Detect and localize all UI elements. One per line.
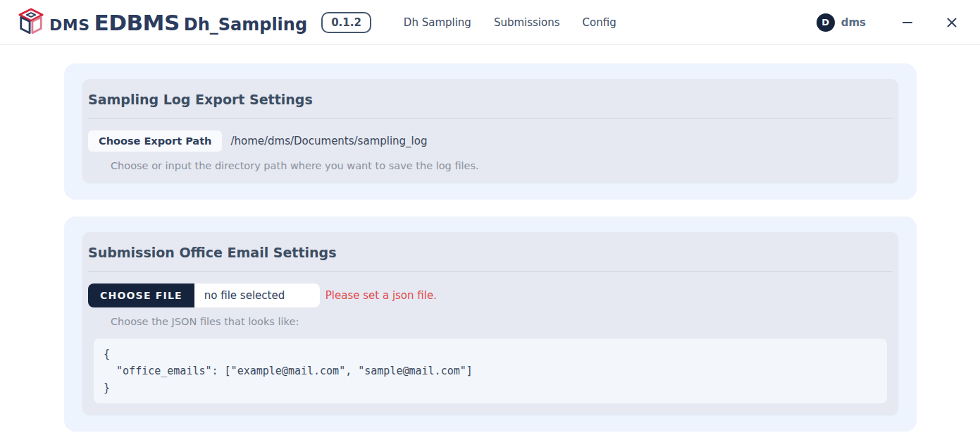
nav-item-config[interactable]: Config: [583, 16, 616, 29]
close-button[interactable]: [942, 13, 962, 32]
nav-item-submissions[interactable]: Submissions: [494, 16, 560, 29]
logo-edbms-label: EDBMS: [94, 10, 180, 35]
file-input-row: CHOOSE FILE no file selected Please set …: [88, 283, 893, 307]
section-title-office-email: Submission Office Email Settings: [88, 245, 893, 260]
version-badge: 0.1.2: [321, 12, 371, 33]
nav-item-dh-sampling[interactable]: Dh Sampling: [404, 16, 471, 29]
main-nav: Dh Sampling Submissions Config: [404, 16, 616, 29]
choose-export-path-button[interactable]: Choose Export Path: [88, 130, 222, 152]
export-path-row: Choose Export Path /home/dms/Documents/s…: [88, 130, 893, 152]
header-right: D dms: [817, 12, 962, 33]
file-status-text: no file selected: [194, 283, 320, 307]
user-name: dms: [841, 16, 866, 29]
choose-file-button[interactable]: CHOOSE FILE: [88, 283, 194, 307]
sampling-log-export-panel: Sampling Log Export Settings Choose Expo…: [82, 79, 898, 183]
section-divider: [88, 271, 893, 272]
section-title-sampling-log: Sampling Log Export Settings: [88, 92, 893, 107]
submission-office-email-panel: Submission Office Email Settings CHOOSE …: [82, 232, 898, 415]
close-icon: [945, 16, 959, 30]
logo-cube-icon: [18, 8, 44, 37]
card-sampling-log-export: Sampling Log Export Settings Choose Expo…: [64, 63, 917, 200]
logo-app-name: Dh_Sampling: [184, 15, 307, 35]
logo-text: DMS EDBMS Dh_Sampling: [49, 10, 307, 35]
export-path-helper: Choose or input the directory path where…: [111, 160, 893, 171]
minimize-icon: [900, 15, 915, 30]
section-divider: [88, 118, 893, 118]
export-path-value: /home/dms/Documents/sampling_log: [230, 135, 427, 147]
json-example-code: { "office_emails": ["example@mail.com", …: [94, 339, 887, 403]
app-logo: DMS EDBMS Dh_Sampling: [18, 8, 307, 37]
user-menu[interactable]: D dms: [817, 13, 866, 32]
card-submission-office-email: Submission Office Email Settings CHOOSE …: [64, 216, 917, 432]
file-error-message: Please set a json file.: [325, 289, 437, 302]
json-file-input[interactable]: CHOOSE FILE no file selected: [88, 283, 320, 307]
file-helper: Choose the JSON files that looks like:: [111, 316, 893, 327]
app-header: DMS EDBMS Dh_Sampling 0.1.2 Dh Sampling …: [0, 0, 980, 45]
main-content: Sampling Log Export Settings Choose Expo…: [0, 45, 980, 433]
minimize-button[interactable]: [897, 12, 918, 33]
logo-dms-label: DMS: [49, 16, 90, 34]
user-avatar: D: [817, 13, 835, 32]
